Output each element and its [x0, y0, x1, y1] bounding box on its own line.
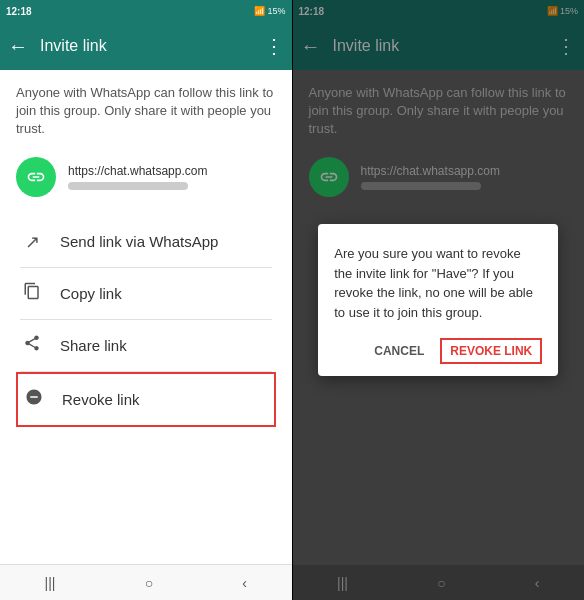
status-bar-left: 12:18 📶 15%	[0, 0, 292, 22]
dialog-buttons: CANCEL REVOKE LINK	[334, 338, 542, 364]
cancel-button[interactable]: CANCEL	[366, 338, 432, 364]
right-panel: 12:18 📶 15% ← Invite link ⋮ Anyone with …	[293, 0, 585, 600]
link-circle-left	[16, 157, 56, 197]
send-icon-left: ↗	[20, 231, 44, 253]
link-row-left[interactable]: https://chat.whatsapp.com	[16, 153, 276, 201]
link-blur-left	[68, 182, 188, 190]
link-text-left: https://chat.whatsapp.com	[68, 164, 207, 190]
battery-left: 15%	[267, 6, 285, 16]
dialog-message: Are you sure you want to revoke the invi…	[334, 244, 542, 322]
left-panel: 12:18 📶 15% ← Invite link ⋮ Anyone with …	[0, 0, 292, 600]
menu-share-left[interactable]: Share link	[16, 320, 276, 371]
time-left: 12:18	[6, 6, 32, 17]
revoke-icon-left	[22, 388, 46, 411]
nav-bar-left: ||| ○ ‹	[0, 564, 292, 600]
signal-icon-left: 📶	[254, 6, 265, 16]
nav-back-left[interactable]: ‹	[242, 575, 247, 591]
copy-label-left: Copy link	[60, 285, 122, 302]
share-label-left: Share link	[60, 337, 127, 354]
dialog-overlay: Are you sure you want to revoke the invi…	[293, 0, 585, 600]
send-label-left: Send link via WhatsApp	[60, 233, 218, 250]
share-icon-left	[20, 334, 44, 357]
revoke-link-button[interactable]: REVOKE LINK	[440, 338, 542, 364]
revoke-label-left: Revoke link	[62, 391, 140, 408]
menu-copy-left[interactable]: Copy link	[16, 268, 276, 319]
description-left: Anyone with WhatsApp can follow this lin…	[16, 84, 276, 139]
status-icons-left: 📶 15%	[254, 6, 285, 16]
menu-revoke-left[interactable]: Revoke link	[16, 372, 276, 427]
link-icon-left	[26, 167, 46, 187]
nav-home-left[interactable]: ○	[145, 575, 153, 591]
menu-button-left[interactable]: ⋮	[264, 34, 284, 58]
dialog-box: Are you sure you want to revoke the invi…	[318, 224, 558, 376]
app-title-left: Invite link	[40, 37, 252, 55]
menu-send-left[interactable]: ↗ Send link via WhatsApp	[16, 217, 276, 267]
link-url-left: https://chat.whatsapp.com	[68, 164, 207, 178]
copy-icon-left	[20, 282, 44, 305]
back-button-left[interactable]: ←	[8, 35, 28, 58]
app-bar-left: ← Invite link ⋮	[0, 22, 292, 70]
nav-menu-left[interactable]: |||	[45, 575, 56, 591]
content-left: Anyone with WhatsApp can follow this lin…	[0, 70, 292, 564]
